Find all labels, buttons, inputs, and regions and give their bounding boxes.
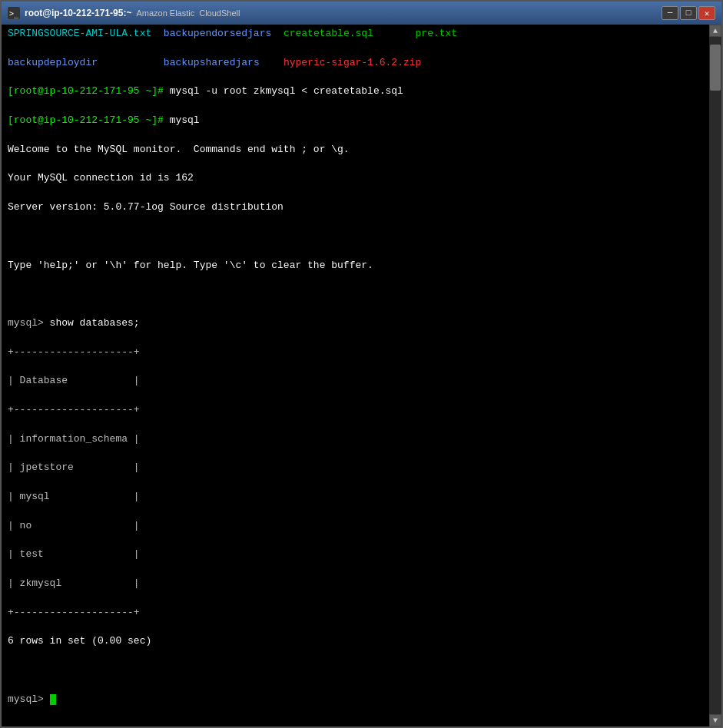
terminal-container: status (\s) Get status information from … (2, 25, 721, 726)
terminal-line-44: | no | (8, 519, 703, 534)
terminal-line-39: | Database | (8, 374, 703, 389)
terminal-line-32: [root@ip-10-212-171-95 ~]# mysql (8, 114, 703, 128)
terminal-output[interactable]: status (\s) Get status information from … (2, 25, 709, 726)
terminal-line-43: | mysql | (8, 490, 703, 505)
window-subtitle2: CloudShell (199, 8, 240, 18)
titlebar: >_ root@ip-10-212-171-95:~ Amazon Elasti… (2, 2, 721, 25)
scrollbar-up-arrow[interactable]: ▲ (709, 25, 721, 37)
terminal-line-33: Welcome to the MySQL monitor. Commands e… (8, 143, 703, 157)
terminal-line-37: mysql> show databases; (8, 316, 703, 331)
terminal-line-blank6 (8, 287, 703, 302)
terminal-window: >_ root@ip-10-212-171-95:~ Amazon Elasti… (0, 0, 723, 728)
window-subtitle1: Amazon Elastic (136, 8, 194, 18)
terminal-line-36: Type 'help;' or '\h' for help. Type '\c'… (8, 259, 703, 273)
terminal-line-blank5 (8, 230, 703, 244)
titlebar-buttons: ─ □ ✕ (662, 6, 715, 20)
terminal-icon: >_ (8, 7, 20, 19)
terminal-line-48: 6 rows in set (0.00 sec) (8, 634, 703, 649)
terminal-line-41: | information_schema | (8, 432, 703, 447)
minimize-button[interactable]: ─ (662, 6, 678, 20)
terminal-line-30: backupdeploydir backupsharedjars hyperic… (8, 56, 703, 71)
scrollbar-thumb[interactable] (710, 45, 721, 91)
terminal-line-42: | jpetstore | (8, 461, 703, 475)
window-title: root@ip-10-212-171-95:~ (25, 8, 131, 18)
close-button[interactable]: ✕ (698, 6, 715, 20)
terminal-line-35: Server version: 5.0.77-log Source distri… (8, 200, 703, 215)
terminal-line-40: +--------------------+ (8, 403, 703, 418)
terminal-line-29: SPRINGSOURCE-AMI-ULA.txt backupendorsedj… (8, 27, 703, 41)
terminal-line-46: | zkmysql | (8, 577, 703, 591)
svg-text:>_: >_ (9, 9, 19, 18)
terminal-line-34: Your MySQL connection id is 162 (8, 171, 703, 186)
terminal-line-49: mysql> (8, 693, 703, 707)
scrollbar-track[interactable] (709, 37, 721, 714)
maximize-button[interactable]: □ (680, 6, 697, 20)
terminal-line-blank7 (8, 663, 703, 678)
terminal-cursor (50, 694, 56, 705)
terminal-line-38: +--------------------+ (8, 346, 703, 360)
terminal-line-47: +--------------------+ (8, 606, 703, 620)
terminal-line-45: | test | (8, 548, 703, 562)
scrollbar-down-arrow[interactable]: ▼ (709, 714, 721, 726)
scrollbar[interactable]: ▲ ▼ (709, 25, 721, 726)
titlebar-left: >_ root@ip-10-212-171-95:~ Amazon Elasti… (8, 7, 240, 19)
terminal-line-31: [root@ip-10-212-171-95 ~]# mysql -u root… (8, 84, 703, 99)
